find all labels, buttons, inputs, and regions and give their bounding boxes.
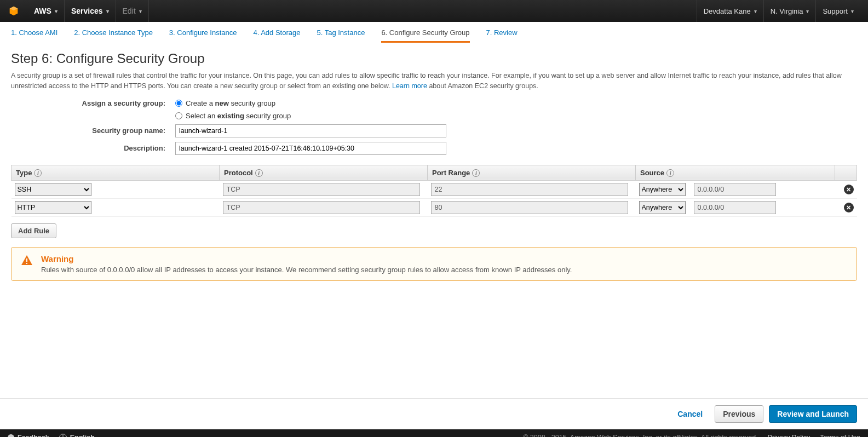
nav-services-label: Services [71, 7, 103, 15]
sg-desc-input[interactable] [175, 142, 446, 155]
warning-icon [20, 254, 33, 271]
warning-message: Rules with source of 0.0.0.0/0 allow all… [41, 266, 572, 274]
info-icon[interactable]: i [255, 169, 263, 177]
remove-rule-icon[interactable]: ✕ [844, 185, 854, 194]
previous-button[interactable]: Previous [715, 405, 763, 423]
nav-region[interactable]: N. Virginia▾ [763, 0, 816, 22]
aws-logo-icon[interactable] [8, 5, 20, 17]
wizard-tabs: 1. Choose AMI 2. Choose Instance Type 3.… [0, 22, 868, 43]
nav-support-label: Support [823, 7, 848, 15]
tab-choose-instance-type[interactable]: 2. Choose Instance Type [74, 28, 153, 43]
rule-port-input [431, 201, 628, 214]
nav-edit-label: Edit [123, 7, 136, 15]
col-source: Sourcei [636, 165, 835, 181]
radio-select-existing[interactable] [175, 112, 182, 119]
caret-icon: ▾ [806, 8, 809, 14]
rule-cidr-input[interactable] [694, 183, 776, 196]
nav-edit[interactable]: Edit▾ [116, 0, 149, 22]
caret-icon: ▾ [106, 8, 109, 14]
feedback-icon [8, 434, 14, 437]
bottom-bar: Feedback English © 2008 - 2015, Amazon W… [0, 429, 868, 437]
page-description: A security group is a set of firewall ru… [11, 71, 857, 91]
nav-region-label: N. Virginia [771, 7, 803, 15]
nav-user[interactable]: Devdatta Kane▾ [697, 0, 763, 22]
tab-choose-ami[interactable]: 1. Choose AMI [11, 28, 58, 43]
svg-rect-2 [26, 258, 27, 262]
table-row: SSH Anywhere ✕ [12, 181, 857, 199]
rule-type-select[interactable]: HTTP [15, 201, 91, 214]
info-icon[interactable]: i [472, 169, 480, 177]
assign-sg-label: Assign a security group: [11, 99, 175, 107]
sg-desc-label: Description: [11, 144, 175, 152]
warning-box: Warning Rules with source of 0.0.0.0/0 a… [11, 247, 857, 281]
warning-title: Warning [41, 254, 572, 263]
top-nav: AWS▾ Services▾ Edit▾ Devdatta Kane▾ N. V… [0, 0, 868, 22]
info-icon[interactable]: i [34, 169, 42, 177]
rule-type-select[interactable]: SSH [15, 183, 91, 196]
col-type: Typei [12, 165, 220, 181]
copyright-text: © 2008 - 2015, Amazon Web Services, Inc.… [523, 434, 757, 437]
rule-port-input [431, 183, 628, 196]
sg-name-input[interactable] [175, 124, 446, 137]
nav-aws-label: AWS [34, 7, 51, 15]
remove-rule-icon[interactable]: ✕ [844, 203, 854, 212]
globe-icon [59, 434, 67, 437]
nav-user-label: Devdatta Kane [704, 7, 751, 15]
review-and-launch-button[interactable]: Review and Launch [769, 405, 857, 423]
tab-tag-instance[interactable]: 5. Tag Instance [317, 28, 365, 43]
learn-more-link[interactable]: Learn more [392, 82, 427, 90]
footer-bar: Cancel Previous Review and Launch [0, 398, 868, 429]
rules-table: Typei Protocoli Port Rangei Sourcei SSH … [11, 165, 857, 217]
tab-add-storage[interactable]: 4. Add Storage [253, 28, 300, 43]
rule-source-select[interactable]: Anywhere [639, 183, 686, 196]
page-title: Step 6: Configure Security Group [11, 51, 857, 66]
caret-icon: ▾ [139, 8, 142, 14]
col-protocol: Protocoli [220, 165, 428, 181]
col-port: Port Rangei [428, 165, 636, 181]
sg-name-label: Security group name: [11, 127, 175, 135]
info-icon[interactable]: i [666, 169, 674, 177]
nav-support[interactable]: Support▾ [815, 0, 860, 22]
nav-aws[interactable]: AWS▾ [27, 0, 65, 22]
feedback-link[interactable]: Feedback [8, 434, 49, 437]
rule-protocol-input [223, 183, 420, 196]
tab-configure-instance[interactable]: 3. Configure Instance [169, 28, 237, 43]
rule-source-select[interactable]: Anywhere [639, 201, 686, 214]
radio-create-new-label: Create a new security group [186, 99, 275, 107]
caret-icon: ▾ [851, 8, 854, 14]
rule-protocol-input [223, 201, 420, 214]
radio-create-new[interactable] [175, 100, 182, 107]
rule-cidr-input[interactable] [694, 201, 776, 214]
caret-icon: ▾ [55, 8, 58, 14]
table-row: HTTP Anywhere ✕ [12, 199, 857, 217]
caret-icon: ▾ [754, 8, 757, 14]
radio-select-existing-label: Select an existing security group [186, 112, 291, 120]
add-rule-button[interactable]: Add Rule [11, 223, 56, 238]
language-link[interactable]: English [59, 434, 95, 437]
cancel-button[interactable]: Cancel [671, 405, 709, 423]
tab-configure-security-group[interactable]: 6. Configure Security Group [381, 28, 469, 43]
privacy-link[interactable]: Privacy Policy [768, 434, 810, 437]
svg-rect-3 [26, 263, 27, 264]
terms-link[interactable]: Terms of Use [820, 434, 860, 437]
tab-review[interactable]: 7. Review [486, 28, 518, 43]
nav-services[interactable]: Services▾ [65, 0, 116, 22]
page-desc-text2: about Amazon EC2 security groups. [429, 82, 538, 90]
